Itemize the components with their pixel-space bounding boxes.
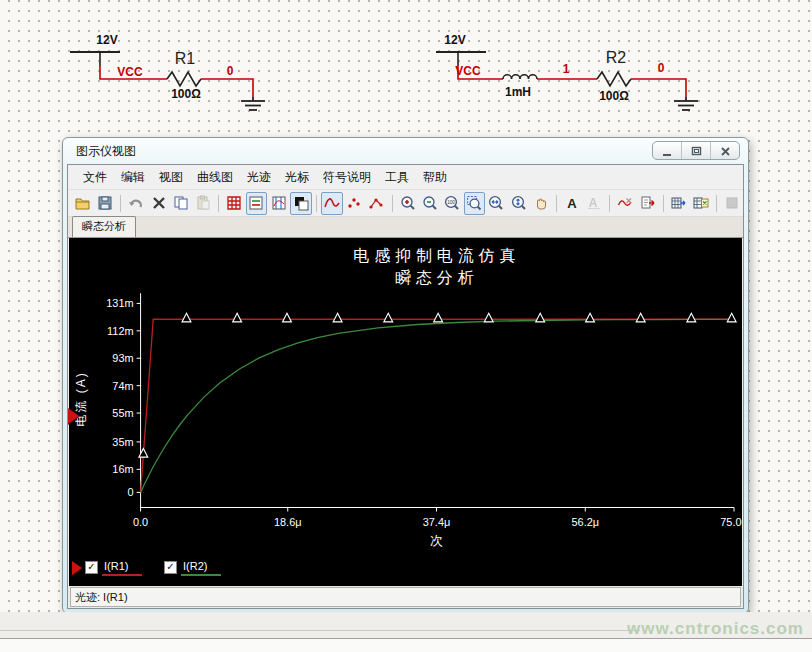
y-tick-label: 131m [106,297,133,309]
legend: ✓I(R1)✓I(R2) [72,555,243,581]
zoom-horizontal-button[interactable] [486,192,507,215]
ground-symbol-left[interactable] [241,97,265,110]
status-bar: 光迹: I(R1) [68,586,743,608]
dc-source-left[interactable]: 12V [70,33,120,66]
toolbar-separator [716,195,717,212]
r2-ref-label: R2 [606,49,627,66]
undo-button[interactable] [126,192,147,215]
r2-value-label: 100Ω [599,89,629,103]
scatter-plot-button[interactable] [344,192,365,215]
transient-plot[interactable]: 电感抑制电流仿真 瞬态分析 电流 (A) 次 016m35m55m74m93m1… [69,238,742,586]
minimize-icon [660,144,674,158]
y-tick-label: 55m [112,407,133,419]
black-white-toggle-button[interactable] [290,192,311,215]
trace-marker [282,313,291,322]
show-grid-icon [226,195,242,211]
trace-ir2[interactable] [141,319,734,492]
paste-icon [195,195,211,211]
chart-subtitle: 瞬态分析 [395,269,478,286]
line-plot-button[interactable] [321,192,342,215]
window-title: 图示仪视图 [76,143,136,160]
x-tick-label: 18.6μ [274,516,302,528]
ground-symbol-right[interactable] [674,97,698,110]
paste-button [193,192,214,215]
toolbar-separator [663,195,664,212]
legend-checkbox-0[interactable]: ✓ [85,561,98,574]
close-button[interactable] [711,142,739,159]
add-text-button[interactable]: A [561,192,582,215]
dc-source-right[interactable]: 12V [436,33,486,66]
zoom-area-button[interactable] [464,192,485,215]
export-table-button[interactable] [668,192,689,215]
pan-hand-icon [533,195,549,211]
trace-ir1[interactable] [141,319,734,492]
resistor-r1[interactable]: R1 100Ω [167,50,201,101]
copy-button[interactable] [170,192,191,215]
trace-marker [434,313,443,322]
stop-button [721,192,742,215]
menu-item-7[interactable]: 工具 [378,166,416,189]
point-line-plot-button[interactable] [366,192,387,215]
show-cursors-button[interactable] [268,192,289,215]
net-label-vcc-left[interactable]: VCC [117,65,143,79]
menu-item-3[interactable]: 曲线图 [190,166,240,189]
status-text: 光迹: I(R1) [70,587,741,607]
chart-area: 电感抑制电流仿真 瞬态分析 电流 (A) 次 016m35m55m74m93m1… [69,238,742,586]
menu-item-4[interactable]: 光迹 [240,166,278,189]
toolbar-separator [120,195,121,212]
wire-left-out[interactable] [201,79,253,97]
export-graph-button[interactable] [637,192,658,215]
export-excel-button[interactable] [690,192,711,215]
trace-marker [536,313,545,322]
close-icon [718,144,732,158]
x-tick-label: 37.4μ [423,516,451,528]
overlay-traces-button[interactable] [615,192,636,215]
zoom-100-icon: 100 [444,195,460,211]
menu-item-8[interactable]: 帮助 [416,166,454,189]
zoom-out-button[interactable] [419,192,440,215]
resistor-r2[interactable]: R2 100Ω [597,49,631,103]
menu-item-1[interactable]: 编辑 [114,166,152,189]
wire-right-out[interactable] [631,79,686,97]
menu-item-2[interactable]: 视图 [152,166,190,189]
tab-transient-analysis[interactable]: 瞬态分析 [72,216,136,237]
edit-text-button: A [584,192,605,215]
selected-axis-arrow [68,408,79,424]
selected-trace-arrow [72,561,82,575]
legend-label[interactable]: I(R1) [102,560,142,572]
schematic-canvas: 12V VCC R1 100Ω 0 12V VCC 1mH 1 R2 [0,0,812,137]
menu-item-6[interactable]: 符号说明 [316,166,378,189]
minimize-button[interactable] [653,142,682,159]
save-button[interactable] [95,192,116,215]
zoom-100-button[interactable]: 100 [441,192,462,215]
pan-hand-button[interactable] [530,192,551,215]
menu-item-0[interactable]: 文件 [76,166,114,189]
delete-button[interactable] [148,192,169,215]
zoom-vertical-button[interactable] [508,192,529,215]
net-label-0-left[interactable]: 0 [227,64,234,78]
legend-checkbox-1[interactable]: ✓ [164,561,177,574]
legend-label[interactable]: I(R2) [181,560,221,572]
trace-marker [182,313,191,322]
open-button[interactable] [73,192,94,215]
maximize-button[interactable] [682,142,711,159]
title-bar[interactable]: 图示仪视图 [63,138,748,163]
show-grid-button[interactable] [224,192,245,215]
inductor-l1[interactable]: 1mH [503,75,537,99]
zoom-out-icon [422,195,438,211]
y-tick-label: 112m [107,325,134,337]
show-legend-button[interactable] [246,192,267,215]
trace-marker [333,313,342,322]
trace-marker [484,313,493,322]
overlay-traces-icon [617,195,633,211]
net-label-1[interactable]: 1 [563,62,570,76]
zoom-in-button[interactable] [397,192,418,215]
trace-marker [636,313,645,322]
export-excel-icon [693,195,709,211]
y-tick-label: 0 [128,486,134,498]
net-label-vcc-right[interactable]: VCC [455,64,481,78]
toolbar-separator [609,195,610,212]
net-label-0-right[interactable]: 0 [658,61,665,75]
stop-icon [724,195,740,211]
menu-item-5[interactable]: 光标 [278,166,316,189]
